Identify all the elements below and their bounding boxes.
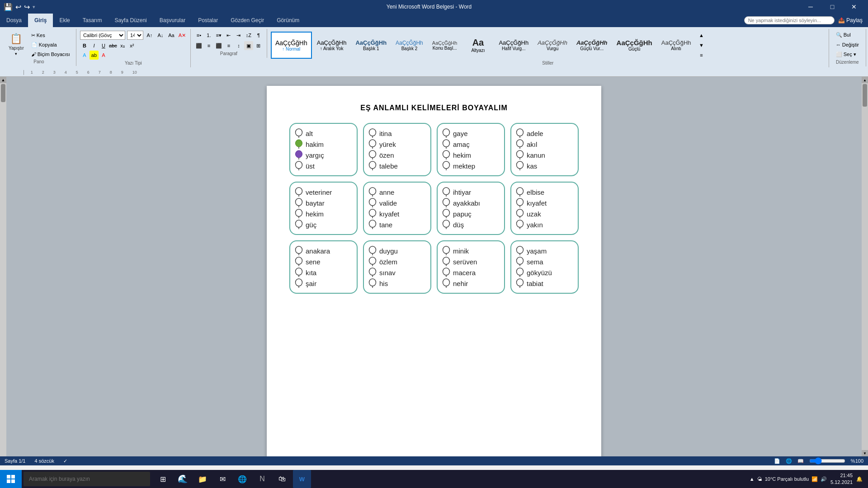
chrome-icon[interactable]: 🌐: [233, 470, 251, 488]
scroll-down-button[interactable]: ▼: [862, 450, 868, 456]
cut-button[interactable]: ✂ Kes: [29, 31, 72, 40]
style-heading1[interactable]: AaÇçĞğHh Başlık 1: [351, 32, 391, 59]
styles-more[interactable]: ≡: [697, 51, 706, 60]
tab-postalar[interactable]: Postalar: [192, 14, 224, 27]
word-box-8: elbise kıyafet uzak yakın: [510, 182, 579, 235]
svg-rect-96: [7, 475, 10, 479]
underline-button[interactable]: U: [99, 41, 108, 50]
style-strong-emphasis[interactable]: AaÇçĞğHh Güçlü Vur...: [572, 32, 612, 59]
justify-button[interactable]: ≡: [224, 41, 233, 50]
share-button[interactable]: 📤 Paylaş: [838, 17, 863, 23]
copy-button[interactable]: 📄 Kopyala: [29, 41, 72, 49]
font-family-select[interactable]: Calibri (Gövç: [80, 31, 125, 40]
tab-gorunum[interactable]: Görünüm: [270, 14, 306, 27]
style-no-spacing[interactable]: AaÇçĞğHh ↑ Aralık Yok: [313, 32, 351, 59]
word-box-12: yaşam sema gökyüzü tabiat: [510, 240, 579, 294]
word-app-icon[interactable]: W: [293, 470, 311, 488]
view-print-icon[interactable]: 📄: [774, 458, 780, 464]
change-case-button[interactable]: Aa: [167, 31, 176, 40]
sort-button[interactable]: ↕Z: [244, 31, 253, 40]
grow-font-button[interactable]: A↑: [145, 31, 154, 40]
view-read-icon[interactable]: 📖: [797, 458, 804, 464]
styles-scroll-down[interactable]: ▼: [697, 41, 706, 50]
multilevel-list-button[interactable]: ≡▾: [214, 31, 223, 40]
strikethrough-button[interactable]: abc: [108, 41, 118, 50]
save-button[interactable]: 💾: [4, 3, 13, 11]
select-button[interactable]: ⬜ Seç ▾: [833, 50, 859, 59]
word-row: tane: [368, 220, 427, 230]
style-subtitle[interactable]: Aa Altyazı: [462, 32, 494, 59]
text-effects-button[interactable]: A: [80, 51, 89, 60]
statusbar: Sayfa 1/1 4 sözcük ✓ 📄 🌐 📖 %100: [0, 456, 868, 465]
minimize-button[interactable]: ─: [800, 0, 821, 14]
store-icon[interactable]: 🛍: [273, 470, 291, 488]
line-spacing-button[interactable]: ↕: [234, 41, 243, 50]
mail-icon[interactable]: ✉: [213, 470, 231, 488]
svg-rect-99: [11, 479, 15, 483]
tab-gozden-gecir[interactable]: Gözden Geçir: [224, 14, 270, 27]
vertical-scrollbar[interactable]: ▲ ▼: [862, 77, 868, 456]
style-emphasis[interactable]: AaÇçĞğHh Vurgu: [533, 32, 571, 59]
style-heading2[interactable]: AaÇçĞğHh Başlık 2: [392, 32, 427, 59]
redo-button[interactable]: ↪: [24, 3, 30, 11]
text-highlight-button[interactable]: ab: [90, 51, 99, 60]
font-size-select[interactable]: 14: [127, 31, 143, 40]
tab-tasarim[interactable]: Tasarım: [76, 14, 108, 27]
maximize-button[interactable]: □: [822, 0, 843, 14]
file-explorer-icon[interactable]: 📁: [193, 470, 212, 488]
close-button[interactable]: ✕: [844, 0, 864, 14]
scroll-up-button[interactable]: ▲: [862, 77, 868, 83]
shading-button[interactable]: ▣: [244, 41, 253, 50]
font-color-button[interactable]: A: [99, 51, 108, 60]
find-button[interactable]: 🔍 Bul: [833, 31, 854, 39]
tell-me-input[interactable]: [744, 16, 835, 24]
paste-button[interactable]: 📋 Yapıştır ▾: [5, 31, 27, 58]
styles-scroll-up[interactable]: ▲: [697, 31, 706, 40]
task-view-button[interactable]: ⊞: [154, 470, 172, 488]
italic-button[interactable]: I: [90, 41, 99, 50]
tab-sayfa-duzeni[interactable]: Sayfa Düzeni: [108, 14, 153, 27]
network-icon[interactable]: 📶: [811, 476, 818, 482]
clock[interactable]: 21:45 5.12.2021: [830, 472, 853, 486]
style-normal[interactable]: AaÇçĞğHh ↑ Normal: [271, 32, 312, 59]
shrink-font-button[interactable]: A↓: [156, 31, 165, 40]
show-formatting-button[interactable]: ¶: [254, 31, 263, 40]
start-button[interactable]: [0, 470, 22, 488]
align-left-button[interactable]: ⬛: [194, 41, 203, 50]
tab-dosya[interactable]: Dosya: [0, 14, 28, 27]
border-button[interactable]: ⊞: [254, 41, 263, 50]
style-quote[interactable]: AaÇçĞğHh Alıntı: [657, 32, 695, 59]
decrease-indent-button[interactable]: ⇤: [224, 31, 233, 40]
tab-basvurular[interactable]: Başvurular: [153, 14, 192, 27]
zoom-slider[interactable]: [809, 457, 845, 465]
word-text: alt: [306, 130, 313, 137]
format-painter-button[interactable]: 🖌 Biçim Boyacısı: [29, 50, 72, 58]
proofing-icon[interactable]: ✓: [63, 458, 67, 464]
undo-button[interactable]: ↩: [15, 3, 21, 11]
tab-giris[interactable]: Giriş: [28, 14, 53, 27]
show-hidden-icons[interactable]: ▲: [750, 476, 755, 482]
view-web-icon[interactable]: 🌐: [786, 458, 792, 464]
align-right-button[interactable]: ⬛: [214, 41, 223, 50]
vscroll-up[interactable]: ▲: [0, 77, 6, 83]
increase-indent-button[interactable]: ⇥: [234, 31, 243, 40]
style-strong[interactable]: AaÇçĞğHh Güçlü: [613, 32, 656, 59]
style-light-emphasis[interactable]: AaÇçĞğHh Hafif Vurg...: [495, 32, 533, 59]
superscript-button[interactable]: x²: [127, 41, 137, 50]
taskbar-search-input[interactable]: [24, 472, 150, 486]
notification-button[interactable]: 🔔: [856, 476, 863, 482]
volume-icon[interactable]: 🔊: [821, 476, 827, 482]
clear-format-button[interactable]: A✕: [178, 31, 187, 40]
edge-browser-icon[interactable]: 🌊: [174, 470, 192, 488]
vscroll-thumb[interactable]: [1, 84, 5, 102]
subscript-button[interactable]: x₂: [118, 41, 127, 50]
tab-ekle[interactable]: Ekle: [53, 14, 76, 27]
style-topic-heading[interactable]: AaÇçĞğHh Konu Başl...: [428, 32, 462, 59]
scroll-thumb[interactable]: [863, 84, 867, 107]
bullets-button[interactable]: ≡•: [194, 31, 203, 40]
bold-button[interactable]: B: [80, 41, 89, 50]
notepad-icon[interactable]: N: [253, 470, 271, 488]
replace-button[interactable]: ↔ Değiştir: [833, 41, 862, 49]
align-center-button[interactable]: ≡: [204, 41, 213, 50]
numbering-button[interactable]: 1.: [204, 31, 213, 40]
